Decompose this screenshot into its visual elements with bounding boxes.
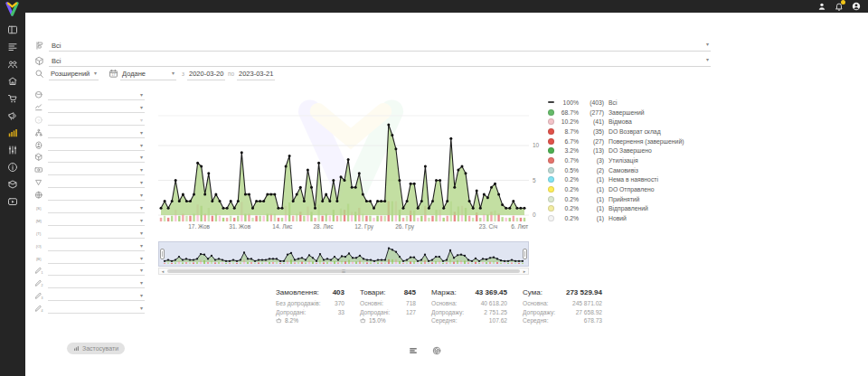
date-field-select[interactable]: Додане ▾: [120, 68, 176, 80]
scroll-left-arrow-icon[interactable]: ◂: [159, 268, 166, 274]
legend-dot-swatch: [548, 118, 554, 125]
legend-item[interactable]: 0.2%(1)Прийнятий: [548, 194, 684, 204]
legend-item[interactable]: 10.2%(41)Відмова: [548, 117, 684, 127]
legend-item[interactable]: 0.2%(1)Нема в наявності: [548, 175, 684, 185]
search-icon: [34, 69, 44, 79]
filter-panel-select[interactable]: ▾: [48, 140, 145, 151]
filter-panel-select[interactable]: ▾: [48, 152, 145, 163]
filter-panel-select[interactable]: ▾: [48, 290, 145, 301]
filter-panel-select[interactable]: ▾: [48, 277, 145, 288]
filter-select[interactable]: Всі▾: [49, 39, 711, 52]
stats-value: 273 529.94: [566, 288, 602, 296]
calendar-icon: 17: [108, 69, 118, 79]
sidebar-item-orders-list-icon[interactable]: [7, 42, 18, 52]
orders-table-icon[interactable]: [409, 346, 418, 355]
legend-item[interactable]: 0.2%(1)Відправлений: [548, 204, 684, 214]
stats-sub-value: 127: [406, 308, 416, 317]
filter-panel-row-money-icon: ▾: [34, 164, 145, 176]
filter-panel-select[interactable]: ▾: [48, 177, 145, 188]
sidebar-item-dashboard-icon[interactable]: [7, 24, 18, 35]
chevron-down-icon: ▾: [140, 167, 143, 173]
legend-item[interactable]: 6.7%(27)Повернення (завершений): [548, 136, 684, 146]
sidebar-item-video-icon[interactable]: [7, 196, 18, 207]
chart-brush-minimap[interactable]: [158, 241, 529, 267]
filter-panel-select[interactable]: ▾: [48, 190, 145, 201]
stats-sub-row: Середня:107.62: [431, 316, 507, 325]
brush-left-handle[interactable]: [160, 249, 165, 259]
filter-panel-select[interactable]: ▾: [48, 228, 145, 239]
topbar-icons: [817, 0, 861, 13]
scroll-right-arrow-icon[interactable]: ▸: [521, 268, 528, 274]
scrollbar-thumb[interactable]: ☰: [167, 269, 520, 273]
filter-panel-row-pencil-4-icon: 4▾: [34, 302, 145, 315]
profile-avatar-icon[interactable]: [852, 2, 861, 11]
legend-item[interactable]: 0.2%(1)Новий: [548, 213, 684, 223]
legend-count: (1): [582, 205, 604, 212]
sidebar-item-integrations-icon[interactable]: [7, 179, 18, 190]
filter-panel-select[interactable]: ▾: [48, 253, 145, 264]
sidebar-item-store-icon[interactable]: [7, 76, 18, 87]
sidebar-item-cart-icon[interactable]: [7, 93, 18, 104]
filter-panel-row-hierarchy-icon: ▾: [34, 127, 145, 139]
legend-item[interactable]: 0.7%(3)Утилізація: [548, 155, 684, 165]
filter-panel-select[interactable]: ▾: [48, 265, 145, 276]
filter-panel-select[interactable]: ▾: [48, 127, 145, 138]
filter-panel-select[interactable]: ▾: [48, 102, 145, 113]
cube-icon: [34, 153, 43, 162]
legend-item[interactable]: 0.5%(2)Самовивіз: [548, 165, 684, 175]
legend-item[interactable]: 0.2%(1)DO Отправлено: [548, 184, 684, 194]
filter-select[interactable]: Всі▾: [49, 54, 711, 67]
legend-count: (13): [582, 147, 604, 154]
legend-item[interactable]: 8.7%(35)DO Возврат склад: [548, 127, 684, 136]
help-icon: ?: [34, 116, 43, 125]
pencil-3-icon: 3: [34, 291, 43, 300]
utm-o-icon: {O}: [34, 241, 43, 250]
utm-s-icon: {S}: [34, 203, 43, 212]
app-logo-icon[interactable]: [3, 1, 22, 17]
chart-plot: [158, 90, 529, 221]
apply-button[interactable]: Застосувати: [67, 343, 125, 354]
filter-panel-select[interactable]: ▾: [48, 240, 145, 251]
search-mode-value: Розширений: [51, 70, 90, 78]
chart-scrollbar[interactable]: ◂ ☰ ▸: [158, 268, 529, 275]
search-mode-select[interactable]: Розширений ▾: [49, 68, 99, 80]
legend-label: DO Завершено: [609, 147, 652, 154]
svg-text:4: 4: [42, 309, 43, 313]
filter-panel-select[interactable]: ▾: [48, 89, 145, 100]
filter-panel-select[interactable]: ▾: [48, 215, 145, 226]
product-icon: [34, 56, 44, 66]
date-from-input[interactable]: 2020-03-20: [187, 68, 225, 80]
legend-count: (1): [582, 215, 604, 221]
legend-item[interactable]: 3.2%(13)DO Завершено: [548, 146, 684, 155]
filter-panel-select[interactable]: ▾: [48, 303, 145, 314]
legend-item[interactable]: 100%(403)Всі: [548, 98, 684, 108]
chevron-down-icon: ▾: [140, 180, 143, 185]
stats-sub-row: Основні:718: [360, 299, 416, 308]
filter-panel-select[interactable]: ▾: [48, 202, 145, 213]
date-to-input[interactable]: 2023-03-21: [237, 68, 275, 80]
utm-t-icon: {T}: [34, 229, 43, 238]
stats-title: Сума:: [523, 288, 542, 296]
chevron-down-icon: ▾: [140, 243, 143, 249]
user-icon[interactable]: [817, 2, 826, 11]
sidebar-item-analytics-icon[interactable]: [7, 127, 18, 138]
notifications-bell-icon[interactable]: [835, 2, 844, 11]
products-circle-icon[interactable]: [432, 346, 441, 355]
brush-right-handle[interactable]: [523, 249, 527, 259]
upsell-share-badge: 8.2%: [276, 317, 344, 324]
sidebar-item-sliders-icon[interactable]: [7, 145, 18, 155]
video-tutorial-icon[interactable]: [42, 23, 61, 39]
sidebar-item-users-icon[interactable]: [7, 59, 18, 70]
svg-text:3: 3: [42, 296, 43, 300]
source-icon: [34, 90, 43, 99]
svg-text:2: 2: [42, 284, 43, 287]
filter-panel: ▾▾?▾▾▾▾▾▾▾{S}▾{M}▾{T}▾{O}▾{B}▾1▾2▾3▾4▾: [34, 89, 145, 315]
filter-panel-select[interactable]: ▾: [48, 164, 145, 175]
stats-sub-value: 27 658.92: [576, 308, 602, 317]
legend-item[interactable]: 68.7%(277)Завершений: [548, 108, 684, 118]
orders-chart[interactable]: [158, 90, 529, 221]
sidebar-item-info-icon[interactable]: [7, 162, 18, 173]
sidebar-item-megaphone-icon[interactable]: [7, 110, 18, 121]
legend-count: (3): [582, 157, 604, 164]
legend-dot-swatch: [548, 176, 554, 183]
